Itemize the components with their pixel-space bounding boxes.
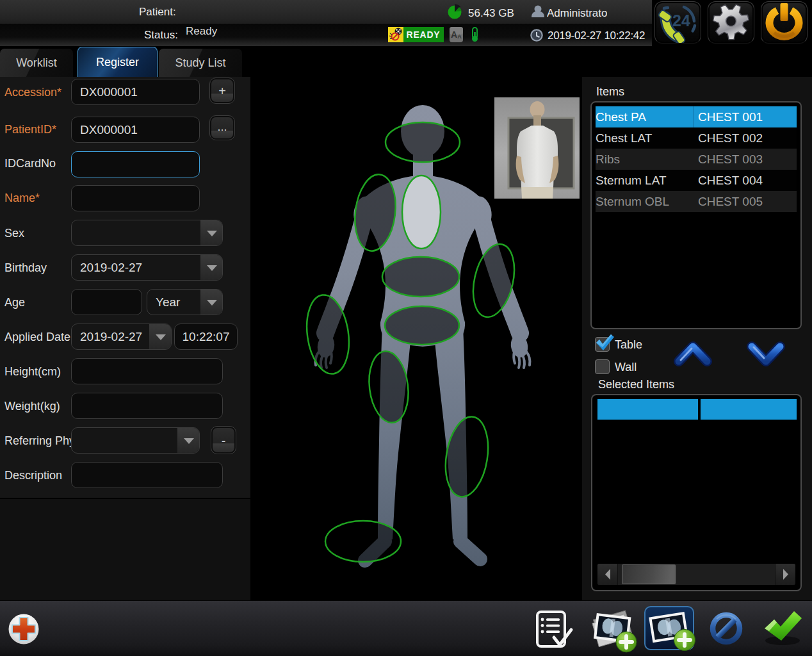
svg-text:A: A: [457, 33, 462, 40]
svg-text:READY: READY: [406, 29, 440, 40]
svg-text:24: 24: [672, 12, 690, 29]
svg-text:A: A: [451, 29, 457, 40]
